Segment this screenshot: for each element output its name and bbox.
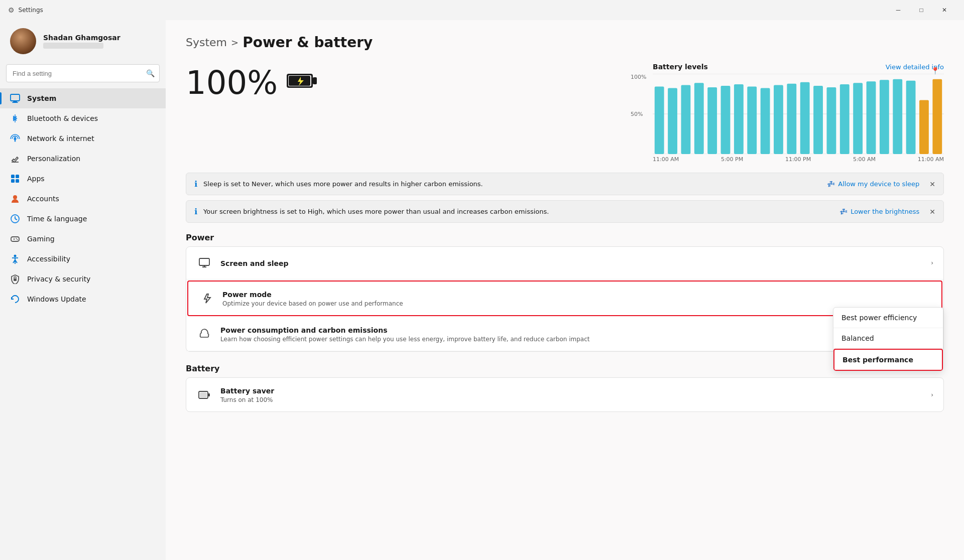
chart-pin-icon: 📍 — [931, 67, 939, 75]
svg-rect-39 — [734, 84, 744, 154]
chart-title: Battery levels — [653, 63, 708, 71]
chart-label-1: 11:00 AM — [653, 156, 679, 163]
svg-point-10 — [13, 195, 17, 199]
title-bar: ⚙ Settings ─ □ ✕ — [0, 0, 964, 20]
dropdown-option-best-performance[interactable]: Best performance — [833, 349, 943, 371]
power-item-screen-sleep[interactable]: Screen and sleep › — [186, 247, 943, 279]
banner-action[interactable]: 💤 Allow my device to sleep — [827, 180, 919, 188]
accounts-icon — [10, 194, 20, 204]
svg-rect-47 — [840, 84, 850, 154]
banner-sleep-banner: ℹ Sleep is set to Never, which uses more… — [186, 173, 944, 195]
sidebar-item-update[interactable]: Windows Update — [0, 289, 166, 309]
svg-rect-54 — [932, 79, 942, 154]
dropdown-option-best-power-efficiency[interactable]: Best power efficiency — [833, 308, 943, 328]
sidebar-item-personalization[interactable]: Personalization — [0, 149, 166, 169]
battery-chart-container: Battery levels View detailed info 📍 — [653, 63, 944, 163]
power-item-carbon-emissions[interactable]: Power consumption and carbon emissions L… — [186, 317, 943, 351]
sidebar: Shadan Ghamgosar 🔍 System Bluetooth & de… — [0, 20, 166, 560]
svg-rect-6 — [11, 175, 15, 178]
user-name: Shadan Ghamgosar — [43, 34, 120, 42]
system-icon — [10, 93, 20, 103]
accessibility-icon — [10, 254, 20, 264]
banner-close-button[interactable]: ✕ — [929, 180, 935, 188]
search-input[interactable] — [6, 64, 160, 82]
search-icon: 🔍 — [146, 69, 155, 77]
bluetooth-icon — [10, 113, 20, 123]
banner-brightness-banner: ℹ Your screen brightness is set to High,… — [186, 200, 944, 223]
svg-text:📍: 📍 — [931, 67, 939, 75]
sidebar-item-gaming[interactable]: Gaming — [0, 229, 166, 249]
chart-label-4: 5:00 AM — [853, 156, 876, 163]
sidebar-label-system: System — [27, 94, 56, 102]
y-label-50: 50% — [631, 111, 643, 117]
app-body: Shadan Ghamgosar 🔍 System Bluetooth & de… — [0, 20, 964, 560]
svg-rect-53 — [919, 100, 929, 154]
privacy-icon — [10, 274, 20, 284]
battery-saver-desc: Turns on at 100% — [220, 396, 919, 403]
sidebar-item-apps[interactable]: Apps — [0, 169, 166, 189]
sidebar-label-accounts: Accounts — [27, 195, 59, 203]
chart-label-3: 11:00 PM — [785, 156, 811, 163]
breadcrumb-separator: > — [231, 37, 238, 48]
svg-point-4 — [15, 141, 16, 142]
svg-rect-43 — [787, 84, 796, 154]
banner-info-icon: ℹ — [194, 207, 197, 216]
minimize-button[interactable]: ─ — [887, 2, 910, 18]
apps-icon — [10, 174, 20, 184]
chart-label-2: 5:00 PM — [721, 156, 743, 163]
banner-text: Your screen brightness is set to High, w… — [203, 208, 833, 215]
svg-line-13 — [15, 219, 17, 220]
gaming-icon — [10, 234, 20, 244]
sidebar-nav: System Bluetooth & devices Network & int… — [0, 88, 166, 309]
chart-x-labels: 11:00 AM 5:00 PM 11:00 PM 5:00 AM 11:00 … — [653, 156, 944, 163]
svg-rect-0 — [11, 94, 20, 101]
user-info: Shadan Ghamgosar — [43, 34, 120, 49]
battery-items-container: Battery saver Turns on at 100% › — [186, 377, 944, 412]
svg-point-19 — [14, 255, 17, 257]
dropdown-option-balanced[interactable]: Balanced — [833, 328, 943, 349]
avatar — [10, 28, 36, 54]
time-icon — [10, 214, 20, 224]
banner-action[interactable]: 💤 Lower the brightness — [839, 208, 919, 215]
screen-sleep-icon — [196, 255, 212, 271]
banner-close-button[interactable]: ✕ — [929, 208, 935, 216]
carbon-emissions-title: Power consumption and carbon emissions — [220, 326, 388, 334]
search-box[interactable]: 🔍 — [6, 64, 160, 82]
battery-saver-title: Battery saver — [220, 387, 274, 395]
sidebar-item-accessibility[interactable]: Accessibility — [0, 249, 166, 269]
svg-rect-48 — [853, 83, 863, 154]
svg-rect-34 — [668, 88, 677, 154]
battery-saver-text: Battery saver Turns on at 100% — [220, 386, 919, 403]
svg-rect-9 — [16, 179, 19, 183]
chart-top-row: Battery levels View detailed info — [653, 63, 944, 71]
svg-rect-55 — [199, 258, 209, 265]
svg-rect-42 — [774, 85, 783, 154]
sidebar-item-network[interactable]: Network & internet — [0, 128, 166, 149]
sidebar-item-privacy[interactable]: Privacy & security — [0, 269, 166, 289]
svg-point-17 — [16, 238, 17, 239]
sidebar-item-accounts[interactable]: Accounts — [0, 189, 166, 209]
sidebar-item-system[interactable]: System — [0, 88, 166, 108]
maximize-button[interactable]: □ — [910, 2, 933, 18]
sidebar-item-bluetooth[interactable]: Bluetooth & devices — [0, 108, 166, 128]
user-profile[interactable]: Shadan Ghamgosar — [0, 20, 166, 64]
breadcrumb: System > Power & battery — [186, 34, 944, 51]
battery-header-row: 100% Battery levels View detailed info — [186, 63, 944, 163]
sidebar-label-apps: Apps — [27, 175, 45, 183]
sidebar-label-privacy: Privacy & security — [27, 275, 90, 283]
svg-rect-40 — [747, 87, 757, 154]
sidebar-item-time[interactable]: Time & language — [0, 209, 166, 229]
carbon-emissions-desc: Learn how choosing efficient power setti… — [220, 336, 919, 343]
battery-percentage: 100% — [186, 67, 278, 99]
power-mode-icon — [198, 291, 214, 307]
chart-label-5: 11:00 AM — [918, 156, 944, 163]
power-item-power-mode[interactable]: Power mode Optimize your device based on… — [187, 281, 942, 316]
battery-item-battery-saver[interactable]: Battery saver Turns on at 100% › — [186, 378, 943, 411]
svg-rect-44 — [800, 82, 810, 154]
battery-chart-svg — [653, 74, 944, 154]
y-label-100: 100% — [631, 74, 646, 80]
svg-rect-37 — [707, 87, 717, 154]
sidebar-label-accessibility: Accessibility — [27, 255, 70, 263]
close-button[interactable]: ✕ — [933, 2, 956, 18]
battery-saver-chevron: › — [931, 391, 933, 398]
